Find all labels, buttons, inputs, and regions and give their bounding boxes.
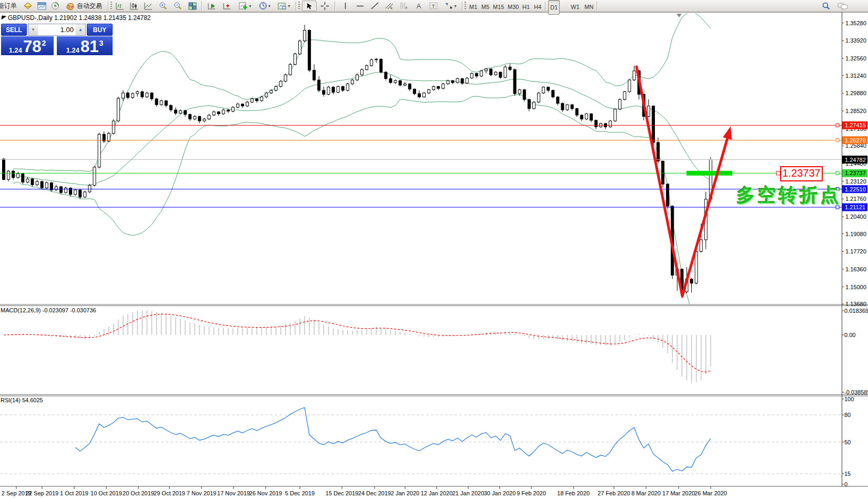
chart-surface[interactable]: 1.352801.339201.325601.312401.298801.285…: [0, 12, 868, 499]
new-order-button[interactable]: 新订单: [0, 0, 21, 12]
tile-windows-icon[interactable]: [186, 0, 199, 12]
svg-text:1.31240: 1.31240: [845, 73, 866, 79]
price-label-anchor[interactable]: [776, 171, 780, 175]
hline-handle[interactable]: [836, 124, 839, 127]
rsi-label: RSI(14) 54.6025: [1, 397, 43, 403]
tab-h1[interactable]: H1: [521, 0, 531, 14]
tab-m15[interactable]: M15: [491, 0, 506, 14]
search-icon[interactable]: [820, 0, 832, 12]
fibonacci-tool-icon[interactable]: F: [398, 0, 410, 12]
date-tick: 7 Nov 2019: [187, 490, 216, 496]
line-chart-type-icon[interactable]: [142, 0, 155, 12]
tab-h4[interactable]: H4: [532, 0, 543, 14]
vertical-line-tool-icon[interactable]: [339, 0, 351, 12]
autotrading-icon: [66, 2, 75, 10]
buy-price-sup: 3: [99, 39, 104, 47]
text-label-tool-icon[interactable]: T: [427, 0, 440, 12]
svg-text:1.16360: 1.16360: [845, 266, 866, 272]
autotrading-button[interactable]: 自动交易: [62, 0, 106, 12]
zoom-out-icon[interactable]: [171, 0, 184, 12]
sell-price-sup: 2: [42, 39, 46, 47]
candlestick-chart-type-icon[interactable]: [128, 0, 140, 12]
svg-text:E: E: [390, 6, 392, 9]
cursor-icon: [307, 3, 312, 9]
equidistant-channel-tool-icon[interactable]: E: [383, 0, 396, 12]
volume-down-icon[interactable]: ▼: [28, 24, 38, 35]
buy-price[interactable]: 1.24 81 3: [57, 36, 113, 55]
trendline-tool-icon[interactable]: [368, 0, 381, 12]
horizontal-line-tool-icon[interactable]: [354, 0, 366, 12]
tab-d1-selected[interactable]: D1: [548, 0, 560, 15]
hline-handle[interactable]: [836, 139, 839, 142]
periods-caret-icon: ▾: [268, 4, 270, 8]
crosshair-icon: [321, 2, 329, 10]
svg-text:80: 80: [844, 412, 851, 418]
sell-price[interactable]: 1.24 78 2: [1, 36, 54, 55]
sell-button[interactable]: SELL: [1, 24, 27, 36]
date-tick: 26 Mar 2020: [694, 490, 727, 496]
tab-mn[interactable]: MN: [583, 0, 595, 14]
volume-stepper[interactable]: ▼ ▲: [28, 24, 86, 36]
indicators-button[interactable]: ▾: [236, 0, 254, 12]
text-tool-icon[interactable]: A: [412, 0, 425, 12]
market-watch-radar-icon[interactable]: [49, 0, 61, 12]
tab-m5[interactable]: M5: [480, 0, 491, 14]
tab-m30[interactable]: M30: [506, 0, 520, 14]
green-bar-annotation[interactable]: [687, 171, 732, 176]
svg-text:1.27415: 1.27415: [845, 122, 866, 128]
svg-text:0.018369: 0.018369: [844, 308, 868, 314]
chat-icon[interactable]: [835, 0, 850, 12]
buy-price-prefix: 1.24: [66, 46, 79, 54]
date-tick: 10 Oct 2019: [90, 490, 122, 496]
date-tick: 24 Dec 2019: [358, 490, 391, 496]
periods-button[interactable]: ▾: [256, 0, 274, 12]
svg-text:1.21121: 1.21121: [845, 204, 865, 210]
auto-scroll-icon[interactable]: [205, 0, 218, 12]
buy-button[interactable]: BUY: [87, 24, 113, 36]
volume-up-icon[interactable]: ▲: [76, 24, 85, 35]
sell-price-big: 78: [23, 39, 41, 54]
svg-text:1.20400: 1.20400: [845, 213, 866, 220]
cursor-tool[interactable]: [302, 1, 317, 11]
date-tick: 9 Feb 2020: [517, 490, 546, 496]
date-tick: 26 Nov 2019: [249, 490, 282, 496]
svg-text:100: 100: [844, 396, 854, 402]
crosshair-tool[interactable]: [318, 0, 331, 12]
svg-text:50: 50: [844, 439, 851, 445]
cn-annotation-text[interactable]: 多空转折点: [736, 183, 842, 208]
svg-text:1.33920: 1.33920: [845, 37, 866, 44]
hline-handle[interactable]: [836, 171, 839, 175]
tab-m1[interactable]: M1: [468, 0, 479, 14]
price-annotation-label[interactable]: 1.23737: [780, 166, 823, 181]
date-tick: 5 Dec 2019: [285, 490, 315, 496]
template-icon: [278, 2, 287, 10]
svg-text:1.13680: 1.13680: [845, 301, 866, 307]
arrows-tool-button[interactable]: ▾: [442, 0, 460, 12]
svg-text:1.22510: 1.22510: [845, 186, 866, 192]
chart-title-marker-icon: [1, 15, 6, 20]
indicators-caret-icon: ▾: [249, 4, 251, 8]
volume-input[interactable]: [38, 24, 76, 35]
date-tick: 8 Mar 2020: [631, 490, 661, 496]
date-tick: 20 Oct 2019: [123, 490, 154, 496]
svg-text:1.15000: 1.15000: [845, 284, 866, 290]
chart-shift-icon[interactable]: [220, 0, 234, 12]
tab-w1[interactable]: W1: [569, 0, 581, 14]
svg-text:1.19080: 1.19080: [845, 231, 866, 237]
bar-chart-type-icon[interactable]: [114, 0, 126, 12]
date-tick: 2 Jan 2020: [391, 490, 419, 496]
date-tick: 27 Feb 2020: [598, 490, 630, 496]
chart-title: GBPUSD-,Daily 1.21902 1.24838 1.21435 1.…: [8, 14, 151, 22]
zoom-in-icon[interactable]: [157, 0, 169, 12]
new-chart-icon[interactable]: [35, 0, 48, 12]
new-order-icon[interactable]: [22, 0, 34, 12]
date-tick: 1 Oct 2019: [60, 490, 88, 496]
date-tick: 17 Nov 2019: [217, 490, 250, 496]
buy-price-big: 81: [80, 39, 98, 54]
arrows-caret-icon: ▾: [454, 4, 456, 8]
clock-icon: [259, 2, 267, 10]
svg-text:1.17720: 1.17720: [845, 248, 866, 254]
svg-text:1.28520: 1.28520: [845, 108, 866, 114]
templates-button[interactable]: ▾: [275, 0, 293, 12]
svg-text:F: F: [406, 6, 408, 9]
